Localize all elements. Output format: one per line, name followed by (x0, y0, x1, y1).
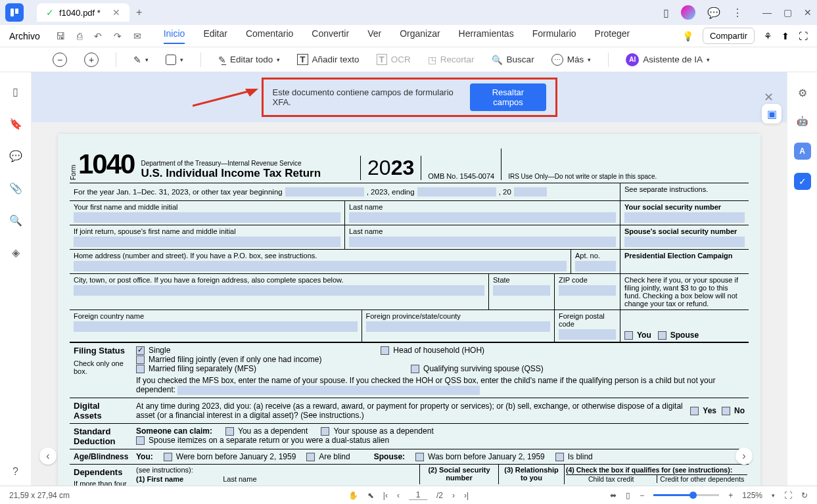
mfj-checkbox[interactable]: Married filing jointly (even if only one… (136, 355, 321, 364)
zoom-level[interactable]: 125% (742, 491, 762, 500)
chevron-down-icon[interactable]: ▾ (772, 492, 775, 499)
next-page-button[interactable]: › (735, 447, 753, 465)
banner-close-button[interactable]: ✕ (764, 90, 774, 104)
year-end-yy-field[interactable] (514, 187, 547, 196)
sliders-icon[interactable]: ⚙ (798, 87, 807, 99)
spouse-last-name-field[interactable] (349, 237, 616, 247)
spouse-born-checkbox[interactable]: Was born before January 2, 1959 (415, 452, 545, 461)
zoom-out-icon[interactable]: − (640, 491, 644, 500)
translate-icon[interactable]: A (794, 143, 811, 160)
zoom-slider[interactable] (653, 494, 719, 496)
bookmarks-icon[interactable]: 🔖 (9, 118, 22, 130)
document-tab[interactable]: ✓ f1040.pdf * ✕ (37, 3, 129, 22)
new-tab-button[interactable]: + (136, 7, 142, 18)
ssn-field[interactable] (624, 212, 745, 223)
tab-proteger[interactable]: Proteger (595, 28, 630, 44)
highlight-fields-button[interactable]: Resaltar campos (470, 83, 546, 111)
spouse-first-name-field[interactable] (74, 237, 340, 247)
print-icon[interactable]: ⎙ (77, 31, 82, 41)
address-field[interactable] (74, 261, 567, 271)
lightbulb-icon[interactable]: 💡 (682, 31, 693, 41)
zoom-in-button[interactable]: + (84, 53, 99, 67)
share-button[interactable]: Compartir (703, 28, 755, 44)
year-begin-field[interactable] (285, 187, 364, 196)
ocr-tool[interactable]: TOCR (377, 54, 411, 65)
zoom-out-button[interactable]: − (53, 53, 67, 67)
last-page-button[interactable]: ›| (464, 491, 469, 500)
you-blind-checkbox[interactable]: Are blind (306, 452, 350, 461)
spouse-checkbox[interactable]: Spouse (658, 331, 699, 340)
zip-field[interactable] (559, 285, 616, 296)
crop-tool[interactable]: ◳Recortar (428, 55, 475, 65)
file-menu[interactable]: Archivo (9, 31, 40, 41)
more-tool[interactable]: ⋯Más▾ (551, 54, 592, 66)
fit-page-icon[interactable]: ▯ (626, 491, 630, 500)
year-end-field[interactable] (417, 187, 496, 196)
chat-icon[interactable]: 💬 (707, 7, 720, 19)
city-field[interactable] (74, 285, 484, 296)
share-link-icon[interactable]: ⚘ (764, 31, 772, 41)
search-tool[interactable]: 🔍Buscar (492, 55, 534, 65)
app-logo[interactable] (5, 3, 24, 22)
tab-inicio[interactable]: Inicio (164, 28, 185, 44)
digital-yes-checkbox[interactable]: Yes (690, 406, 716, 415)
mail-icon[interactable]: ✉ (133, 31, 141, 41)
next-page-icon[interactable]: › (452, 491, 455, 500)
cloud-upload-icon[interactable]: ⬆ (782, 31, 789, 41)
page-number-input[interactable]: 1 (409, 490, 427, 500)
last-name-field[interactable] (349, 212, 616, 223)
hoh-checkbox[interactable]: Head of household (HOH) (381, 346, 484, 355)
tab-comentario[interactable]: Comentario (246, 28, 293, 44)
shape-tool[interactable]: ▾ (166, 55, 183, 65)
qss-checkbox[interactable]: Qualifying surviving spouse (QSS) (411, 364, 544, 373)
you-dependent-checkbox[interactable]: You as a dependent (225, 426, 308, 436)
close-tab-icon[interactable]: ✕ (112, 7, 120, 18)
spouse-blind-checkbox[interactable]: Is blind (555, 452, 593, 461)
foreign-country-field[interactable] (74, 321, 358, 332)
tab-organizar[interactable]: Organizar (400, 28, 440, 44)
attachments-icon[interactable]: 📎 (9, 182, 22, 195)
spouse-itemize-checkbox[interactable]: Spouse itemizes on a separate return or … (136, 436, 389, 445)
redo-icon[interactable]: ↷ (114, 31, 122, 41)
first-page-button[interactable]: |‹ (383, 491, 388, 500)
undo-icon[interactable]: ↶ (94, 31, 102, 41)
spouse-dependent-checkbox[interactable]: Your spouse as a dependent (321, 426, 433, 436)
layers-icon[interactable]: ◈ (12, 246, 20, 259)
prev-page-button[interactable]: ‹ (39, 447, 57, 465)
prev-page-icon[interactable]: ‹ (397, 491, 400, 500)
check-feature-icon[interactable]: ✓ (794, 173, 811, 190)
zoom-in-icon[interactable]: + (728, 491, 733, 500)
avatar[interactable] (681, 5, 695, 20)
you-born-checkbox[interactable]: Were born before January 2, 1959 (164, 452, 296, 461)
floating-tool-icon[interactable]: ▣ (762, 104, 782, 124)
first-name-field[interactable] (74, 212, 340, 223)
help-icon[interactable]: ? (12, 466, 18, 478)
state-field[interactable] (493, 285, 550, 296)
tab-formulario[interactable]: Formulario (532, 28, 576, 44)
ai-assistant-tool[interactable]: AIAsistente de IA▾ (626, 53, 710, 66)
reading-mode-icon[interactable]: ↻ (801, 491, 808, 500)
you-checkbox[interactable]: You (624, 331, 651, 340)
save-icon[interactable]: 🖫 (56, 31, 65, 41)
close-window-button[interactable]: ✕ (804, 7, 812, 18)
tab-editar[interactable]: Editar (203, 28, 227, 44)
fit-width-icon[interactable]: ⬌ (610, 491, 617, 500)
hand-tool-icon[interactable]: ✋ (348, 491, 358, 500)
foreign-postal-field[interactable] (559, 329, 616, 340)
edit-all-tool[interactable]: ✎̲Editar todo▾ (218, 55, 280, 65)
kebab-icon[interactable]: ⋮ (732, 7, 743, 19)
maximize-button[interactable]: ▢ (783, 7, 792, 18)
highlighter-tool[interactable]: ✎▾ (133, 55, 149, 65)
tab-ver[interactable]: Ver (367, 28, 381, 44)
select-tool-icon[interactable]: ⬉ (367, 491, 374, 500)
mfs-name-field[interactable] (177, 386, 480, 395)
panel-icon[interactable]: ▯ (663, 7, 669, 19)
mfs-checkbox[interactable]: Married filing separately (MFS) (136, 364, 256, 373)
foreign-province-field[interactable] (366, 321, 550, 332)
tab-convertir[interactable]: Convertir (312, 28, 349, 44)
thumbnails-icon[interactable]: ▯ (12, 85, 18, 98)
tab-herramientas[interactable]: Herramientas (459, 28, 514, 44)
digital-no-checkbox[interactable]: No (722, 406, 745, 415)
apt-field[interactable] (575, 261, 616, 271)
spouse-ssn-field[interactable] (624, 237, 745, 247)
